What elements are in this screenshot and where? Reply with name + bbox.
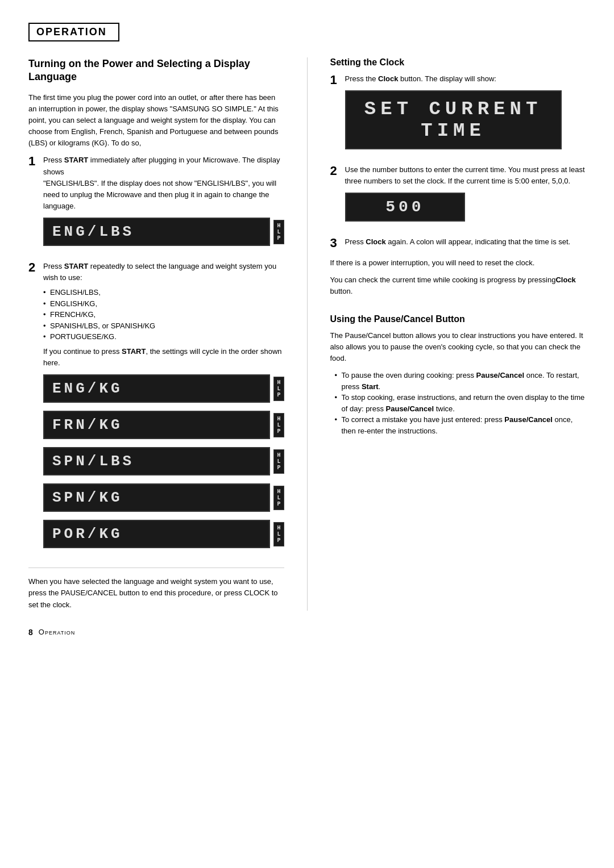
footer-label: Operation <box>39 628 75 636</box>
language-options-list: ENGLISH/LBS, ENGLISH/KG, FRENCH/KG, SPAN… <box>43 287 284 343</box>
spn-lbs-lcd: SPN/LBS <box>43 447 270 475</box>
step-1-content: Press START immediately after plugging i… <box>43 155 284 254</box>
clock-note-1: If there is a power interruption, you wi… <box>330 257 586 269</box>
column-divider <box>307 57 308 611</box>
pause-intro: The Pause/Cancel button allows you to cl… <box>330 330 586 364</box>
set-current-time-display: SET CURRENT TIME <box>345 90 562 149</box>
pause-bullet-2: To stop cooking, erase instructions, and… <box>335 392 586 414</box>
page: Operation Turning on the Power and Selec… <box>0 0 614 868</box>
list-item: SPANISH/LBS, or SPANISH/KG <box>43 320 284 332</box>
left-section-title: Turning on the Power and Selecting a Dis… <box>28 57 284 84</box>
clock-step-3-number: 3 <box>330 236 341 250</box>
por-kg-display-row: POR/KG HLP <box>43 520 284 548</box>
step-1-text: Press START immediately after plugging i… <box>43 155 284 212</box>
time-500-display: 500 <box>345 193 466 222</box>
eng-kg-display-row: ENG/KG HLP <box>43 374 284 403</box>
left-intro-text: The first time you plug the power cord i… <box>28 92 284 149</box>
frn-kg-lcd: FRN/KG <box>43 411 270 439</box>
left-step-2: 2 Press START repeatedly to select the l… <box>28 261 284 556</box>
main-content: Turning on the Power and Selecting a Dis… <box>28 57 586 611</box>
list-item: ENGLISH/KG, <box>43 298 284 310</box>
step-1-number: 1 <box>28 155 39 254</box>
eng-kg-lcd: ENG/KG <box>43 374 270 403</box>
eng-lbs-lcd: ENG/LBS <box>43 218 270 246</box>
clock-step-3-content: Press Clock again. A colon will appear, … <box>345 236 586 250</box>
clock-section: Setting the Clock 1 Press the Clock butt… <box>330 57 586 297</box>
hlp-indicator-4: HLP <box>273 449 284 474</box>
step-2-text-before: Press START repeatedly to select the lan… <box>43 261 284 283</box>
hlp-indicator-6: HLP <box>273 522 284 546</box>
page-footer: 8 Operation <box>28 628 586 637</box>
clock-step-1-content: Press the Clock button. The display will… <box>345 73 586 157</box>
spn-kg-lcd: SPN/KG <box>43 483 270 512</box>
hlp-indicator-3: HLP <box>273 413 284 437</box>
list-item: ENGLISH/LBS, <box>43 287 284 298</box>
right-column: Setting the Clock 1 Press the Clock butt… <box>330 57 586 611</box>
operation-header: Operation <box>28 23 119 41</box>
pause-section: Using the Pause/Cancel Button The Pause/… <box>330 314 586 436</box>
eng-lbs-display-row: ENG/LBS HLP <box>43 218 284 246</box>
hlp-indicator-2: HLP <box>273 377 284 401</box>
clock-step-2-content: Use the number buttons to enter the curr… <box>345 164 586 229</box>
clock-step-3-text: Press Clock again. A colon will appear, … <box>345 236 586 248</box>
clock-step-2-number: 2 <box>330 164 341 229</box>
pause-section-title: Using the Pause/Cancel Button <box>330 314 586 324</box>
footer-page-number: 8 <box>28 628 33 637</box>
list-item: PORTUGUESE/KG. <box>43 331 284 343</box>
step-2-text-after: If you continue to press START, the sett… <box>43 346 284 369</box>
spn-kg-display-row: SPN/KG HLP <box>43 483 284 512</box>
left-bottom-text: When you have selected the language and … <box>28 567 284 610</box>
clock-section-title: Setting the Clock <box>330 57 586 68</box>
clock-note-2: You can check the current time while coo… <box>330 274 586 297</box>
clock-step-2-text: Use the number buttons to enter the curr… <box>345 164 586 187</box>
clock-step-2: 2 Use the number buttons to enter the cu… <box>330 164 586 229</box>
pause-bullet-1: To pause the oven during cooking: press … <box>335 370 586 392</box>
operation-title: Operation <box>36 26 107 37</box>
pause-bullets-list: To pause the oven during cooking: press … <box>335 370 586 436</box>
step-2-content: Press START repeatedly to select the lan… <box>43 261 284 556</box>
left-step-1: 1 Press START immediately after plugging… <box>28 155 284 254</box>
spn-lbs-display-row: SPN/LBS HLP <box>43 447 284 475</box>
hlp-indicator-5: HLP <box>273 486 284 510</box>
frn-kg-display-row: FRN/KG HLP <box>43 411 284 439</box>
clock-step-1-text: Press the Clock button. The display will… <box>345 73 586 85</box>
left-column: Turning on the Power and Selecting a Dis… <box>28 57 284 611</box>
clock-step-1-number: 1 <box>330 73 341 157</box>
hlp-indicator-1: HLP <box>273 220 284 244</box>
list-item: FRENCH/KG, <box>43 309 284 320</box>
pause-bullet-3: To correct a mistake you have just enter… <box>335 414 586 436</box>
step-2-number: 2 <box>28 261 39 556</box>
por-kg-lcd: POR/KG <box>43 520 270 548</box>
clock-step-1: 1 Press the Clock button. The display wi… <box>330 73 586 157</box>
clock-step-3: 3 Press Clock again. A colon will appear… <box>330 236 586 250</box>
